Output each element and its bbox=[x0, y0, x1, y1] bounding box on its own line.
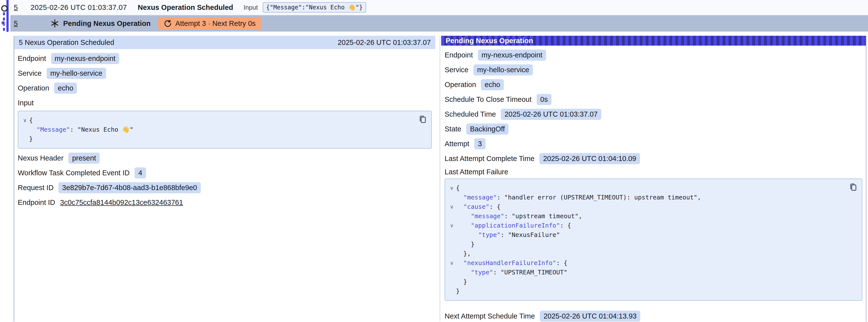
field-label: Nexus Header bbox=[18, 154, 63, 162]
json-code: } bbox=[456, 277, 467, 287]
copy-icon[interactable] bbox=[848, 183, 858, 192]
field-row: Servicemy-hello-service bbox=[444, 64, 862, 75]
field-label: Scheduled Time bbox=[444, 110, 496, 118]
json-gutter bbox=[447, 249, 456, 258]
event-row-pending-nexus-operation[interactable]: 5 Pending Nexus Operation Attempt 3 · Ne… bbox=[10, 15, 868, 32]
field-value-badge: present bbox=[68, 153, 100, 164]
collapse-chevron-icon[interactable]: ∨ bbox=[447, 184, 456, 193]
pending-operation-panel: Pending Nexus Operation Endpointmy-nexus… bbox=[440, 36, 866, 322]
field-label: Workflow Task Completed Event ID bbox=[18, 169, 129, 177]
panel-timestamp: 2025-02-26 UTC 01:03:37.07 bbox=[338, 38, 431, 46]
field-label: Next Attempt Schedule Time bbox=[444, 312, 535, 320]
json-line: } bbox=[447, 240, 847, 249]
last-attempt-failure-label: Last Attempt Failure bbox=[444, 168, 862, 176]
json-code: "applicationFailureInfo": { bbox=[456, 221, 571, 230]
collapse-chevron-icon[interactable]: ∨ bbox=[447, 221, 456, 230]
json-line: } bbox=[447, 277, 847, 287]
json-code: } bbox=[456, 287, 460, 296]
scheduled-event-panel: 5 Nexus Operation Scheduled 2025-02-26 U… bbox=[14, 36, 435, 322]
json-code: } bbox=[456, 240, 474, 249]
field-row: Last Attempt Complete Time2025-02-26 UTC… bbox=[444, 153, 862, 164]
json-gutter bbox=[447, 287, 456, 296]
field-label: Endpoint bbox=[18, 55, 46, 63]
field-row: Servicemy-hello-service bbox=[18, 68, 432, 79]
json-line: "message": "handler error (UPSTREAM_TIME… bbox=[447, 193, 847, 202]
pending-operation-panel-header: Pending Nexus Operation bbox=[441, 36, 866, 45]
event-input-label: Input bbox=[244, 4, 258, 11]
next-attempt-field: Next Attempt Schedule Time2025-02-26 UTC… bbox=[441, 307, 866, 322]
collapse-chevron-icon[interactable]: ∨ bbox=[21, 116, 29, 125]
copy-icon[interactable] bbox=[418, 115, 427, 124]
json-line: "type": "NexusFailure" bbox=[447, 230, 847, 240]
attempt-retry-text: Attempt 3 · Next Retry 0s bbox=[176, 20, 256, 28]
event-title: Nexus Operation Scheduled bbox=[138, 3, 233, 11]
field-row: Nexus Headerpresent bbox=[18, 153, 432, 163]
json-gutter bbox=[447, 230, 456, 240]
field-label: Endpoint ID bbox=[18, 198, 55, 206]
field-value-badge: my-nexus-endpoint bbox=[51, 53, 119, 64]
json-line: }, bbox=[447, 249, 847, 258]
json-line: ∨{ bbox=[447, 184, 847, 193]
field-row: StateBackingOff bbox=[444, 124, 862, 134]
retry-icon bbox=[163, 19, 172, 28]
event-id-link[interactable]: 5 bbox=[14, 3, 21, 11]
event-row-nexus-operation-scheduled[interactable]: 5 2025-02-26 UTC 01:03:37.07 Nexus Opera… bbox=[10, 0, 868, 15]
field-row: Endpointmy-nexus-endpoint bbox=[444, 50, 862, 60]
json-code: "cause": { bbox=[456, 202, 501, 212]
field-value-badge: 2025-02-26 UTC 01:04:10.09 bbox=[539, 153, 640, 164]
event-id-link[interactable]: 5 bbox=[14, 20, 21, 28]
field-label: Service bbox=[18, 69, 42, 77]
scheduled-event-fields-top: Endpointmy-nexus-endpointServicemy-hello… bbox=[14, 53, 435, 93]
json-line: "type": "UPSTREAM_TIMEOUT" bbox=[447, 268, 847, 277]
attempt-retry-badge: Attempt 3 · Next Retry 0s bbox=[158, 17, 261, 30]
input-json-lines: ∨{ "Message": "Nexus Echo 👋"} bbox=[21, 116, 416, 144]
collapse-chevron-icon[interactable]: ∨ bbox=[447, 202, 456, 212]
field-row: Workflow Task Completed Event ID4 bbox=[18, 167, 432, 178]
json-code: "Message": "Nexus Echo 👋" bbox=[29, 125, 133, 134]
event-timeline-gutter bbox=[0, 0, 10, 33]
json-code: { bbox=[456, 184, 460, 193]
field-value-badge: 2025-02-26 UTC 01:04:13.93 bbox=[540, 311, 640, 322]
field-row: Operationecho bbox=[444, 79, 862, 90]
field-label: Schedule To Close Timeout bbox=[444, 95, 532, 103]
field-row: Endpointmy-nexus-endpoint bbox=[18, 53, 432, 64]
json-code: { bbox=[29, 116, 33, 125]
field-row: Next Attempt Schedule Time2025-02-26 UTC… bbox=[444, 311, 862, 322]
json-line: } bbox=[21, 134, 416, 144]
event-input-preview-chip: {"Message":"Nexus Echo 👋"} bbox=[263, 2, 366, 12]
json-code: "type": "NexusFailure" bbox=[456, 230, 560, 240]
json-code: } bbox=[29, 134, 33, 144]
field-value-link[interactable]: 3c0c75ccfa8144b092c13ce632463761 bbox=[60, 198, 183, 206]
failure-json-lines: ∨{ "message": "handler error (UPSTREAM_T… bbox=[447, 184, 847, 296]
json-gutter bbox=[447, 193, 456, 202]
field-label: Attempt bbox=[444, 140, 469, 148]
field-label: Request ID bbox=[18, 184, 54, 192]
panel-title: Pending Nexus Operation bbox=[445, 37, 533, 45]
pending-asterisk-icon bbox=[50, 19, 59, 28]
json-gutter bbox=[447, 212, 456, 221]
panel-title: 5 Nexus Operation Scheduled bbox=[19, 38, 114, 46]
json-gutter bbox=[21, 134, 29, 144]
field-value-badge: 4 bbox=[134, 167, 146, 179]
field-value-badge: echo bbox=[481, 79, 504, 90]
field-label: Operation bbox=[444, 80, 476, 89]
json-gutter bbox=[21, 125, 29, 134]
collapse-chevron-icon[interactable]: ∨ bbox=[447, 258, 456, 268]
field-value-badge: my-nexus-endpoint bbox=[478, 50, 546, 61]
field-value-badge: my-hello-service bbox=[46, 68, 106, 79]
field-label: Service bbox=[444, 66, 469, 74]
field-label: Last Attempt Complete Time bbox=[444, 155, 534, 163]
field-row: Request ID3e829b7e-7d67-4b08-aad3-b1e868… bbox=[18, 182, 432, 193]
json-gutter bbox=[447, 277, 456, 287]
field-row: Endpoint ID3c0c75ccfa8144b092c13ce632463… bbox=[18, 197, 432, 208]
event-history-rows: 5 2025-02-26 UTC 01:03:37.07 Nexus Opera… bbox=[10, 0, 868, 32]
json-code: }, bbox=[456, 249, 471, 258]
json-line: ∨ "nexusHandlerFailureInfo": { bbox=[447, 258, 847, 268]
field-value-badge: BackingOff bbox=[466, 124, 508, 135]
timeline-active-bar bbox=[6, 0, 9, 32]
scheduled-event-fields-bottom: Nexus HeaderpresentWorkflow Task Complet… bbox=[14, 153, 435, 208]
field-row: Schedule To Close Timeout0s bbox=[444, 94, 862, 105]
event-details-container: 5 Nexus Operation Scheduled 2025-02-26 U… bbox=[13, 36, 867, 322]
json-line: ∨ "cause": { bbox=[447, 202, 847, 212]
json-line: } bbox=[447, 287, 847, 296]
